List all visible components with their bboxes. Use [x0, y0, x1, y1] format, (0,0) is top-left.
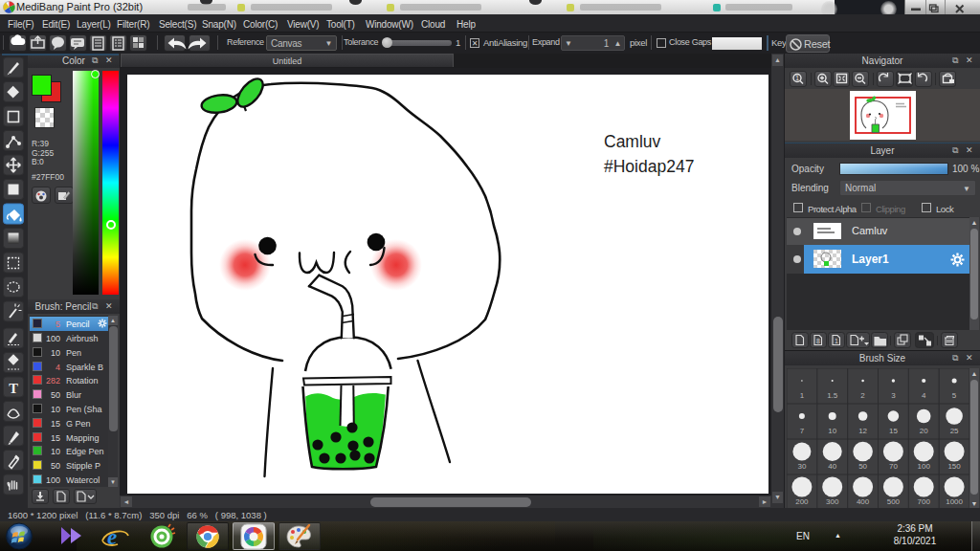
- svg-text:8: 8: [816, 338, 820, 344]
- svg-text:7: 7: [800, 427, 805, 435]
- svg-text:25: 25: [950, 427, 959, 435]
- svg-text:Camluv: Camluv: [604, 132, 661, 151]
- svg-text:200: 200: [795, 497, 809, 506]
- svg-text:70: 70: [889, 462, 898, 471]
- svg-text:1: 1: [835, 338, 838, 344]
- svg-text:1: 1: [800, 391, 805, 400]
- svg-text:150: 150: [947, 462, 961, 471]
- svg-text:10: 10: [828, 427, 836, 435]
- svg-text:100: 100: [918, 462, 931, 471]
- svg-text:3: 3: [891, 391, 896, 400]
- svg-text:15: 15: [889, 427, 898, 435]
- svg-text:12: 12: [858, 427, 867, 435]
- svg-text:30: 30: [797, 462, 806, 471]
- svg-text:5: 5: [952, 391, 957, 400]
- svg-text:#Hoidap247: #Hoidap247: [604, 157, 694, 176]
- svg-text:1: 1: [795, 75, 799, 81]
- svg-text:700: 700: [918, 497, 931, 506]
- svg-text:40: 40: [828, 462, 836, 471]
- svg-text:500: 500: [887, 497, 901, 506]
- svg-text:50: 50: [858, 462, 867, 471]
- svg-text:300: 300: [826, 497, 839, 506]
- svg-text:1.5: 1.5: [827, 391, 838, 400]
- svg-text:400: 400: [857, 497, 870, 506]
- svg-text:20: 20: [920, 427, 928, 435]
- svg-text:4: 4: [922, 391, 926, 400]
- svg-text:1000: 1000: [946, 497, 963, 506]
- svg-text:T: T: [9, 381, 18, 396]
- svg-text:2: 2: [860, 391, 865, 400]
